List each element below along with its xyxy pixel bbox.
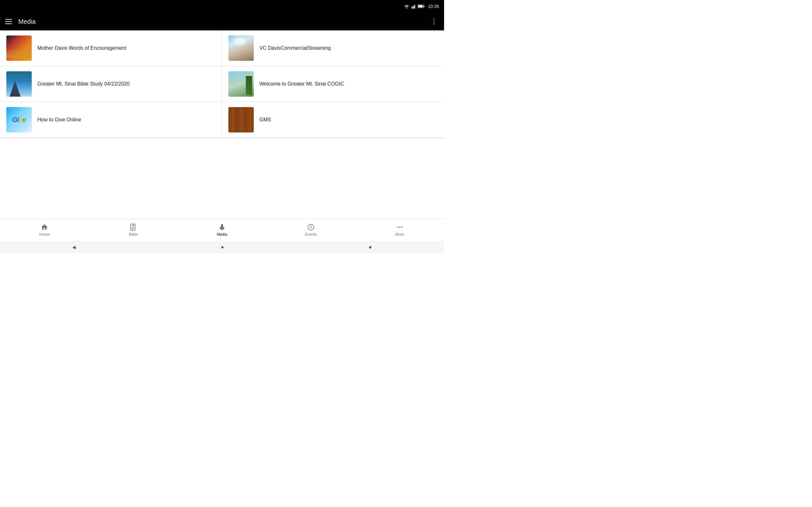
nav-item-more[interactable]: More: [355, 221, 444, 239]
signal-icon: [411, 4, 416, 9]
media-item-5[interactable]: Give How to Give Online: [0, 102, 222, 138]
svg-rect-4: [415, 4, 416, 9]
battery-icon: [418, 4, 425, 8]
media-title-4: Welcome to Greater Mt. Sinai COGIC: [259, 80, 344, 88]
nav-label-events: Events: [305, 232, 317, 237]
nav-item-events[interactable]: Events: [266, 221, 355, 239]
home-icon: [41, 223, 48, 231]
home-button[interactable]: ●: [213, 242, 232, 252]
app-bar: Media ⋮: [0, 13, 444, 31]
nav-label-home: Home: [39, 232, 49, 237]
svg-rect-6: [418, 5, 423, 7]
app-bar-title: Media: [18, 18, 36, 25]
nav-item-media[interactable]: Media: [177, 221, 266, 239]
time-display: 10:26: [428, 4, 439, 9]
media-item-2[interactable]: VC DavisCommercialStreaming: [222, 31, 444, 66]
recents-icon: ■: [369, 245, 371, 250]
svg-rect-2: [413, 6, 414, 9]
media-title-5: How to Give Online: [38, 116, 81, 123]
more-vert-button[interactable]: ⋮: [429, 17, 439, 26]
media-title-6: GMS: [259, 116, 271, 123]
app-bar-left: Media: [5, 18, 36, 25]
bottom-nav: Home Bible Media: [0, 219, 444, 241]
media-item-6[interactable]: GMS: [222, 102, 444, 138]
status-icons: 10:26: [404, 4, 439, 9]
home-sys-icon: ●: [221, 244, 224, 250]
events-icon: [307, 223, 315, 231]
status-bar: 10:26: [0, 0, 444, 13]
thumbnail-3: [6, 71, 32, 97]
nav-item-bible[interactable]: Bible: [89, 221, 177, 239]
thumbnail-6: [229, 107, 254, 132]
svg-point-14: [397, 227, 398, 228]
back-icon: ◀: [72, 245, 76, 250]
svg-rect-7: [424, 6, 424, 7]
media-title-1: Mother Davis Words of Encouragement: [38, 45, 126, 52]
media-title-2: VC DavisCommercialStreaming: [259, 45, 331, 52]
svg-point-0: [406, 8, 407, 9]
media-item-1[interactable]: Mother Davis Words of Encouragement: [0, 31, 222, 66]
more-icon: [396, 223, 403, 231]
nav-label-bible: Bible: [129, 232, 138, 237]
media-title-3: Greater Mt. Sinai Bible Study 04/22/2020: [38, 80, 130, 88]
svg-point-16: [401, 227, 403, 228]
system-nav-bar: ◀ ● ■: [0, 241, 444, 253]
back-button[interactable]: ◀: [65, 242, 84, 252]
svg-rect-1: [411, 7, 412, 9]
nav-label-more: More: [395, 232, 404, 237]
hamburger-menu-button[interactable]: [5, 19, 12, 24]
media-grid: Mother Davis Words of Encouragement VC D…: [0, 31, 444, 138]
nav-label-media: Media: [217, 232, 227, 237]
thumbnail-4: [229, 71, 254, 97]
svg-point-15: [399, 227, 400, 228]
media-icon: [218, 223, 226, 231]
media-item-4[interactable]: Welcome to Greater Mt. Sinai COGIC: [222, 66, 444, 102]
media-item-3[interactable]: Greater Mt. Sinai Bible Study 04/22/2020: [0, 66, 222, 102]
content-area: Mother Davis Words of Encouragement VC D…: [0, 31, 444, 209]
thumbnail-1: [6, 36, 32, 61]
thumbnail-2: [229, 36, 254, 61]
nav-item-home[interactable]: Home: [0, 221, 89, 239]
thumbnail-5: Give: [6, 107, 32, 132]
wifi-icon: [404, 4, 409, 9]
recents-button[interactable]: ■: [361, 242, 379, 252]
svg-rect-3: [414, 5, 415, 9]
bible-icon: [130, 223, 137, 231]
svg-rect-8: [131, 224, 135, 230]
